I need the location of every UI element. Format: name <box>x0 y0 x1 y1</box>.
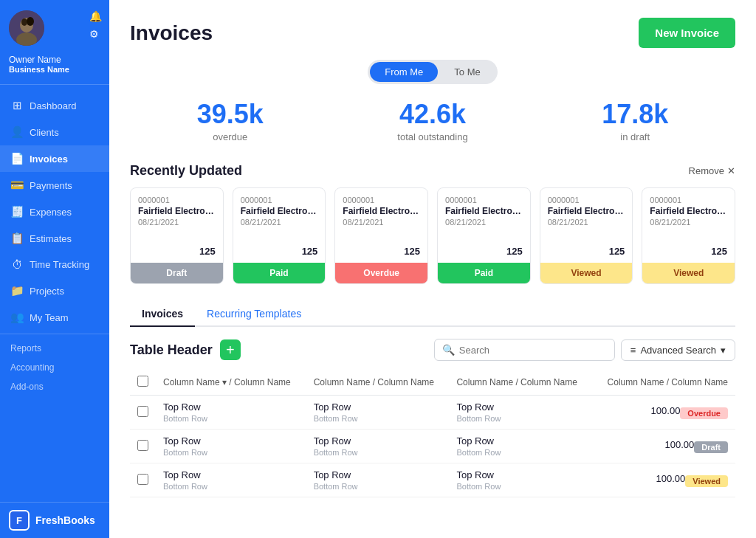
table-toolbar: Table Header + 🔍 ≡ Advanced Search ▾ <box>130 339 735 361</box>
new-invoice-button[interactable]: New Invoice <box>639 18 735 48</box>
advanced-search-button[interactable]: ≡ Advanced Search ▾ <box>621 339 735 361</box>
card-amount: 125 <box>335 246 427 263</box>
draft-label: in draft <box>602 131 668 142</box>
overdue-label: overdue <box>197 131 264 142</box>
invoice-card[interactable]: 0000001 Fairfield Electroni... 08/21/202… <box>233 187 326 284</box>
sidebar-item-invoices[interactable]: 📄 Invoices <box>0 145 109 172</box>
dashboard-icon: ⊞ <box>10 99 24 112</box>
cell-top: Top Row <box>314 401 442 413</box>
sidebar-item-label: My Team <box>30 312 69 323</box>
table-cell: Top Row Bottom Row <box>306 463 450 497</box>
status-badge: Overdue <box>680 407 728 419</box>
table-cell-amount: 100.00 Draft <box>592 430 735 463</box>
cell-top: Top Row <box>456 435 585 446</box>
table-cell-amount: 100.00 Overdue <box>592 396 735 430</box>
sidebar: 🔔 ⚙ Owner Name Business Name ⊞ Dashboard… <box>0 0 109 538</box>
expenses-icon: 🧾 <box>10 205 24 218</box>
status-badge: Viewed <box>685 475 728 487</box>
search-input[interactable] <box>459 345 607 356</box>
data-table: Column Name ▾ / Column Name Column Name … <box>130 370 735 497</box>
row-checkbox-cell <box>130 463 156 497</box>
sidebar-item-estimates[interactable]: 📋 Estimates <box>0 225 109 252</box>
card-date: 08/21/2021 <box>138 218 216 227</box>
sidebar-item-time-tracking[interactable]: ⏱ Time Tracking <box>0 252 109 277</box>
business-name: Business Name <box>9 65 100 74</box>
invoice-card[interactable]: 0000001 Fairfield Electroni... 08/21/202… <box>334 187 428 284</box>
to-me-toggle[interactable]: To Me <box>439 62 495 82</box>
card-number: 0000001 <box>241 196 318 204</box>
card-status: Paid <box>233 263 326 283</box>
tab-recurring-templates[interactable]: Recurring Templates <box>195 302 313 327</box>
invoice-card[interactable]: 0000001 Fairfield Electroni... 08/21/202… <box>540 187 633 284</box>
main-content: Invoices New Invoice From Me To Me 39.5k… <box>109 0 756 538</box>
table-header-title: Table Header <box>130 342 213 358</box>
card-date: 08/21/2021 <box>241 218 318 227</box>
cell-bottom: Bottom Row <box>456 448 585 457</box>
toggle-container: From Me To Me <box>130 60 735 84</box>
time-tracking-icon: ⏱ <box>10 258 24 271</box>
card-status: Viewed <box>540 263 633 283</box>
table-row: Top Row Bottom Row Top Row Bottom Row To… <box>130 396 735 430</box>
add-invoice-button[interactable]: + <box>220 339 241 360</box>
cell-bottom: Bottom Row <box>456 482 585 491</box>
sidebar-item-clients[interactable]: 👤 Clients <box>0 119 109 145</box>
tab-invoices[interactable]: Invoices <box>130 302 195 327</box>
cell-top: Top Row <box>314 469 442 480</box>
from-me-toggle[interactable]: From Me <box>370 62 438 82</box>
card-status: Paid <box>438 263 530 283</box>
sidebar-header: 🔔 ⚙ <box>0 0 109 53</box>
search-input-wrap: 🔍 <box>434 339 615 361</box>
cell-bottom: Bottom Row <box>163 448 299 457</box>
col-label-4: Column Name / Column Name <box>608 377 728 387</box>
invoice-card[interactable]: 0000001 Fairfield Electroni... 08/21/202… <box>437 187 531 284</box>
close-icon: ✕ <box>727 165 735 176</box>
table-cell: Top Row Bottom Row <box>156 430 306 463</box>
sidebar-item-label: Dashboard <box>30 100 77 111</box>
select-all-checkbox[interactable] <box>137 376 148 387</box>
bell-icon[interactable]: 🔔 <box>89 10 102 22</box>
estimates-icon: 📋 <box>10 232 24 245</box>
sidebar-item-label: Clients <box>30 127 59 138</box>
owner-name: Owner Name <box>9 55 100 65</box>
cell-bottom: Bottom Row <box>314 448 442 457</box>
remove-button[interactable]: Remove ✕ <box>689 165 735 176</box>
status-badge: Draft <box>694 441 728 453</box>
card-number: 0000001 <box>343 196 420 204</box>
draft-value: 17.8k <box>602 99 668 130</box>
card-number: 0000001 <box>650 196 727 204</box>
freshbooks-icon: F <box>9 510 30 531</box>
sidebar-item-label: Projects <box>30 286 64 297</box>
card-amount: 125 <box>131 246 223 263</box>
cell-bottom: Bottom Row <box>456 414 585 423</box>
sidebar-item-dashboard[interactable]: ⊞ Dashboard <box>0 92 109 119</box>
sidebar-item-expenses[interactable]: 🧾 Expenses <box>0 199 109 225</box>
sidebar-divider-2 <box>0 334 109 334</box>
card-status: Draft <box>131 263 223 283</box>
sidebar-item-add-ons[interactable]: Add-ons <box>0 376 109 395</box>
col-label-1: Column Name ▾ / Column Name <box>163 377 291 387</box>
row-checkbox-cell <box>130 430 156 463</box>
sidebar-nav: ⊞ Dashboard 👤 Clients 📄 Invoices 💳 Payme… <box>0 88 109 502</box>
card-amount: 125 <box>233 246 326 263</box>
card-company: Fairfield Electroni... <box>138 206 216 216</box>
cell-bottom: Bottom Row <box>163 414 299 423</box>
avatar[interactable] <box>9 10 44 46</box>
row-checkbox[interactable] <box>137 440 148 451</box>
gear-icon[interactable]: ⚙ <box>89 28 102 40</box>
freshbooks-label: FreshBooks <box>35 514 95 526</box>
sidebar-item-payments[interactable]: 💳 Payments <box>0 172 109 199</box>
advanced-search-label: Advanced Search <box>640 345 716 356</box>
sidebar-item-reports[interactable]: Reports <box>0 337 109 356</box>
invoice-card[interactable]: 0000001 Fairfield Electroni... 08/21/202… <box>642 187 735 284</box>
card-company: Fairfield Electroni... <box>343 206 420 216</box>
sidebar-item-projects[interactable]: 📁 Projects <box>0 277 109 304</box>
stat-outstanding: 42.6k total outstanding <box>397 99 467 142</box>
row-checkbox[interactable] <box>137 406 148 417</box>
cell-bottom: Bottom Row <box>163 482 299 491</box>
sidebar-item-accounting[interactable]: Accounting <box>0 356 109 376</box>
recently-updated-title: Recently Updated <box>130 163 242 179</box>
invoice-card[interactable]: 0000001 Fairfield Electroni... 08/21/202… <box>130 187 224 284</box>
sidebar-item-my-team[interactable]: 👥 My Team <box>0 304 109 331</box>
recently-updated-header: Recently Updated Remove ✕ <box>130 163 735 179</box>
row-checkbox[interactable] <box>137 474 148 485</box>
